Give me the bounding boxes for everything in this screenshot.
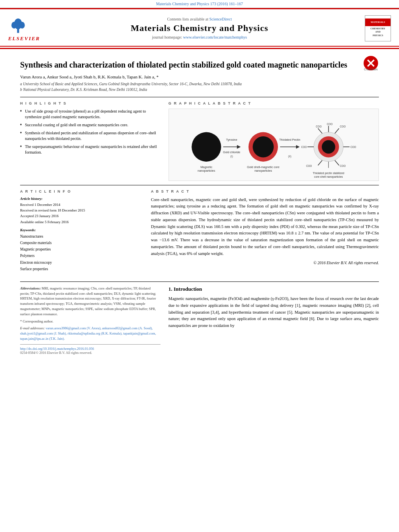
svg-text:COO: COO xyxy=(327,122,332,125)
svg-text:COO: COO xyxy=(316,125,321,128)
svg-line-30 xyxy=(318,160,322,165)
journal-cover-logo: MATERIALS CHEMISTRY AND PHYSICS xyxy=(359,15,391,41)
homepage-label: journal homepage: xyxy=(152,35,182,39)
svg-text:(i): (i) xyxy=(230,154,233,158)
svg-text:COO: COO xyxy=(306,164,312,167)
main-content: Synthesis and characterization of thiola… xyxy=(0,49,399,359)
email-section: E-mail addresses: varun.arora3986@gmail.… xyxy=(20,326,160,341)
svg-text:nanoparticles: nanoparticles xyxy=(254,169,272,173)
logo-lines: CHEMISTRY AND PHYSICS xyxy=(370,26,386,38)
elsevier-tree-icon xyxy=(8,14,28,35)
introduction-title-text: Introduction xyxy=(174,286,202,292)
homepage-line: journal homepage: www.elsevier.com/locat… xyxy=(44,35,355,39)
introduction-text: Magnetic nanoparticles, magnetite (Fe3O4… xyxy=(169,296,379,329)
journal-center-content: Contents lists available at ScienceDirec… xyxy=(44,17,355,39)
keyword-1: Nanostructures xyxy=(20,233,143,240)
available-date: Available online 5 February 2016 xyxy=(20,219,143,225)
graphical-abstract-header: G R A P H I C A L A B S T R A C T xyxy=(169,101,379,105)
abstract-text: Core–shell nanoparticles, magnetic core … xyxy=(151,197,379,257)
highlight-item-4: The superparamagnetic behaviour of magne… xyxy=(20,144,160,155)
history-label: Article history: xyxy=(20,197,143,201)
graphical-abstract-section: G R A P H I C A L A B S T R A C T Magnet… xyxy=(169,101,379,181)
svg-text:nanoparticles: nanoparticles xyxy=(197,169,215,173)
journal-name-title: Materials Chemistry and Physics xyxy=(44,23,355,33)
highlight-item-1: Use of side group of tyrosine (phenol) a… xyxy=(20,109,160,120)
svg-point-24 xyxy=(322,140,335,154)
corresponding-author-note: * Corresponding author. xyxy=(20,319,160,324)
contents-available-line: Contents lists available at ScienceDirec… xyxy=(44,17,355,21)
affiliation-b: b National Physical Laboratory, Dr. K.S.… xyxy=(20,87,379,92)
journal-logo-box: MATERIALS CHEMISTRY AND PHYSICS xyxy=(365,15,391,41)
copyright-notice: © 2016 Elsevier B.V. All rights reserved… xyxy=(151,261,379,265)
bottom-divider xyxy=(20,281,379,282)
keywords-section: Keywords: Nanostructures Composite mater… xyxy=(20,228,143,272)
affiliation-a: a University School of Basic and Applied… xyxy=(20,81,379,87)
svg-text:Gold chloride: Gold chloride xyxy=(223,150,240,154)
svg-point-2 xyxy=(11,22,16,29)
graphical-abstract-diagram: Magnetic nanoparticles Tyrosine Gold chl… xyxy=(169,109,379,181)
keywords-label: Keywords: xyxy=(20,228,143,232)
graphical-abstract-svg: Magnetic nanoparticles Tyrosine Gold chl… xyxy=(169,109,378,181)
svg-text:Thiolated Pectin: Thiolated Pectin xyxy=(279,138,300,141)
footer-section: Abbreviations: MRI, magnetic resonance i… xyxy=(20,286,379,355)
journal-header: ELSEVIER Contents lists available at Sci… xyxy=(0,10,399,47)
elsevier-text: ELSEVIER xyxy=(8,35,40,42)
highlight-item-2: Successful coating of gold shell on magn… xyxy=(20,122,160,128)
journal-reference: Materials Chemistry and Physics 173 (201… xyxy=(0,0,399,8)
svg-text:(ii): (ii) xyxy=(288,154,291,158)
issn-text: 0254-0584/© 2016 Elsevier B.V. All right… xyxy=(20,351,160,355)
introduction-column: 1. Introduction Magnetic nanoparticles, … xyxy=(169,286,379,355)
svg-text:CrossMark: CrossMark xyxy=(364,68,378,71)
svg-text:COO: COO xyxy=(350,146,356,148)
article-info-header: A R T I C L E I N F O xyxy=(20,189,143,193)
corresponding-note: * Corresponding author. xyxy=(20,319,53,323)
svg-line-28 xyxy=(335,160,339,165)
sciencedirect-link[interactable]: ScienceDirect xyxy=(209,17,232,21)
highlights-header: H I G H L I G H T S xyxy=(20,101,160,105)
title-area: Synthesis and characterization of thiola… xyxy=(20,53,379,74)
highlight-item-3: Synthesis of thiolated pectin and stabil… xyxy=(20,130,160,142)
svg-point-16 xyxy=(253,136,274,157)
journal-ref-text: Materials Chemistry and Physics 173 (201… xyxy=(156,2,243,6)
article-info-abstract-section: A R T I C L E I N F O Article history: R… xyxy=(20,185,379,275)
svg-text:Thiolated pectin stabilized: Thiolated pectin stabilized xyxy=(313,172,344,175)
svg-point-3 xyxy=(19,22,25,29)
logo-line1: MATERIALS xyxy=(371,21,385,24)
svg-text:COO: COO xyxy=(340,125,346,128)
red-divider-top xyxy=(0,8,399,9)
keyword-6: Surface properties xyxy=(20,266,143,272)
article-history: Article history: Received 1 December 201… xyxy=(20,197,143,225)
logo-line2: CHEMISTRY xyxy=(370,27,385,30)
svg-text:Tyrosine: Tyrosine xyxy=(226,138,237,141)
highlights-graphical-section: H I G H L I G H T S Use of side group of… xyxy=(20,97,379,181)
keyword-2: Composite materials xyxy=(20,240,143,246)
keyword-5: Electron microscopy xyxy=(20,259,143,266)
svg-text:Magnetic: Magnetic xyxy=(200,165,212,168)
logo-line4: PHYSICS xyxy=(370,34,385,37)
abstract-section: A B S T R A C T Core–shell nanoparticles… xyxy=(151,189,379,275)
doi-link[interactable]: http://dx.doi.org/10.1016/j.matchemphys.… xyxy=(20,347,94,351)
elsevier-logo-area: ELSEVIER xyxy=(8,14,40,42)
abbreviations-column: Abbreviations: MRI, magnetic resonance i… xyxy=(20,286,160,355)
svg-line-32 xyxy=(318,128,322,134)
svg-text:COO: COO xyxy=(340,164,346,167)
accepted-date: Accepted 23 January 2016 xyxy=(20,213,143,219)
email-label: E-mail addresses: xyxy=(20,326,45,330)
highlights-section: H I G H L I G H T S Use of side group of… xyxy=(20,101,160,181)
section-number: 1. xyxy=(169,286,173,292)
svg-line-26 xyxy=(335,128,339,134)
authors-line: Varun Arora a, Ankur Sood a, Jyoti Shah … xyxy=(20,74,379,79)
abstract-header: A B S T R A C T xyxy=(151,189,379,193)
abbreviations-text: Abbreviations: MRI, magnetic resonance i… xyxy=(20,286,160,317)
svg-text:COO: COO xyxy=(301,146,306,148)
affiliations: a University School of Basic and Applied… xyxy=(20,81,379,93)
footer-links: http://dx.doi.org/10.1016/j.matchemphys.… xyxy=(20,344,160,351)
abbreviations-content: MRI, magnetic resonance imaging; CSn, co… xyxy=(20,286,156,316)
received-date: Received 1 December 2014 xyxy=(20,202,143,207)
abbreviations-label: Abbreviations: xyxy=(20,286,41,290)
introduction-title: 1. Introduction xyxy=(169,286,379,292)
homepage-url[interactable]: www.elsevier.com/locate/matchemphys xyxy=(183,35,247,39)
svg-point-8 xyxy=(191,132,221,161)
keyword-4: Polymers xyxy=(20,253,143,259)
crossmark-badge: CrossMark xyxy=(363,55,379,72)
